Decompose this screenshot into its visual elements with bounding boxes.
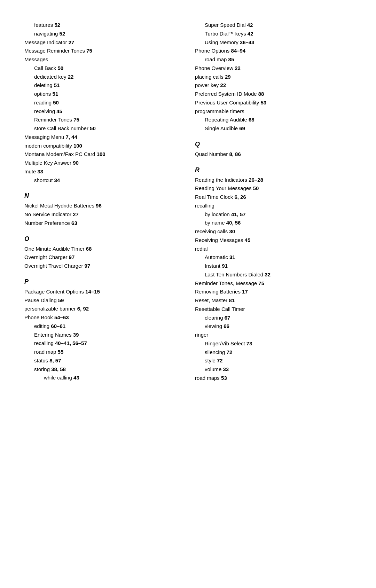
index-entry: viewing 66: [195, 322, 352, 331]
index-page-number: 91: [222, 263, 228, 269]
index-page-number: 75: [86, 48, 92, 54]
index-entry: Reminder Tones, Message 75: [195, 279, 352, 288]
index-page-number: 7, 44: [65, 134, 77, 140]
index-page-number: 40, 56: [226, 220, 241, 226]
index-entry: Messaging Menu 7, 44: [24, 133, 181, 142]
index-entry: placing calls 29: [195, 73, 352, 81]
index-entry: Automatic 31: [195, 253, 352, 262]
index-page-number: 85: [228, 56, 234, 62]
index-page-number: 45: [56, 108, 62, 114]
index-page-number: 100: [97, 151, 105, 157]
index-entry: receiving calls 30: [195, 227, 352, 236]
index-page-number: 50: [53, 100, 59, 105]
index-entry: programmable timers: [195, 107, 352, 116]
index-entry: No Service Indicator 27: [24, 210, 181, 219]
index-page-number: 8, 57: [49, 358, 61, 363]
index-page-number: 31: [229, 254, 235, 260]
index-entry: Package Content Options 14–15: [24, 288, 181, 296]
right-column: Super Speed Dial 42Turbo Dial™ keys 42Us…: [191, 21, 352, 383]
index-entry: shortcut 34: [24, 176, 181, 185]
index-entry: Entering Names 39: [24, 331, 181, 339]
index-page-number: 39: [73, 332, 79, 338]
index-entry: navigating 52: [24, 30, 181, 38]
section-header-p: P: [24, 278, 181, 285]
index-page-number: 50: [253, 185, 259, 191]
index-entry: clearing 67: [195, 314, 352, 322]
index-entry: store Call Back number 50: [24, 124, 181, 133]
index-page-number: 41, 57: [231, 211, 246, 217]
index-page-number: 73: [246, 340, 252, 346]
index-entry: ringer: [195, 331, 352, 339]
index-page-number: 75: [73, 117, 79, 123]
index-page-number: 54–63: [54, 314, 69, 320]
index-page-number: 32: [265, 272, 271, 277]
index-page-number: 68: [249, 117, 254, 123]
index-entry: recalling 40–41, 56–57: [24, 339, 181, 348]
section-header-r: R: [195, 166, 352, 174]
section-header-o: O: [24, 235, 181, 243]
index-entry: Messages: [24, 55, 181, 64]
index-entry: style 72: [195, 356, 352, 365]
index-entry: Nickel Metal Hydride Batteries 96: [24, 202, 181, 210]
index-entry: volume 33: [195, 365, 352, 374]
index-page-number: 72: [227, 349, 233, 355]
index-page-number: 97: [85, 263, 91, 269]
index-entry: Number Preference 63: [24, 219, 181, 228]
index-entry: Pause Dialing 59: [24, 296, 181, 305]
index-entry: Message Reminder Tones 75: [24, 47, 181, 55]
index-page-number: 97: [69, 254, 75, 260]
index-page-number: 33: [38, 168, 44, 174]
index-page-number: 63: [71, 220, 77, 226]
index-entry: status 8, 57: [24, 356, 181, 365]
index-page-number: 52: [54, 22, 60, 28]
index-page-number: 38, 58: [51, 366, 66, 372]
index-entry: Instant 91: [195, 262, 352, 271]
index-entry: recalling: [195, 202, 352, 210]
index-entry: silencing 72: [195, 348, 352, 357]
index-entry: Real Time Clock 6, 26: [195, 193, 352, 202]
index-page-number: 53: [221, 375, 227, 381]
index-page-number: 33: [223, 366, 229, 372]
index-entry: Overnight Charger 97: [24, 253, 181, 262]
index-page-number: 40–41, 56–57: [55, 340, 87, 346]
index-page-number: 67: [225, 315, 230, 321]
index-entry: Receiving Messages 45: [195, 236, 352, 245]
index-entry: Reminder Tones 75: [24, 116, 181, 124]
index-page-number: 96: [96, 203, 102, 209]
index-page-number: 52: [60, 31, 65, 37]
index-entry: while calling 43: [24, 374, 181, 382]
index-page-number: 69: [239, 125, 245, 131]
index-page-number: 22: [220, 82, 226, 88]
index-page-number: 50: [90, 125, 96, 131]
index-page-number: 51: [53, 91, 58, 97]
index-page-number: 66: [224, 323, 229, 329]
index-page-number: 51: [54, 82, 60, 88]
index-entry: Turbo Dial™ keys 42: [195, 30, 352, 38]
index-page-number: 72: [217, 358, 223, 363]
index-page-number: 26–28: [249, 177, 263, 183]
index-page-number: 17: [242, 289, 248, 295]
index-page-number: 34: [54, 177, 60, 183]
index-page-number: 43: [73, 375, 79, 381]
index-page-number: 27: [69, 39, 75, 45]
index-entry: Reading the Indicators 26–28: [195, 176, 352, 185]
index-entry: dedicated key 22: [24, 73, 181, 81]
index-page-number: 84–94: [231, 48, 245, 54]
index-entry: mute 33: [24, 167, 181, 176]
index-page-number: 55: [58, 349, 64, 355]
index-page-number: 29: [225, 74, 231, 80]
index-entry: redial: [195, 245, 352, 253]
index-entry: Multiple Key Answer 90: [24, 159, 181, 167]
index-entry: Removing Batteries 17: [195, 288, 352, 296]
index-page-number: 50: [58, 65, 64, 71]
index-entry: by name 40, 56: [195, 219, 352, 227]
index-page-number: 45: [245, 237, 251, 243]
index-entry: Reading Your Messages 50: [195, 184, 352, 193]
index-entry: features 52: [24, 21, 181, 30]
index-entry: Quad Number 8, 86: [195, 150, 352, 159]
index-entry: power key 22: [195, 81, 352, 90]
index-entry: Super Speed Dial 42: [195, 21, 352, 30]
index-page-number: 88: [258, 91, 264, 97]
index-entry: Previous User Compatibility 53: [195, 99, 352, 107]
index-entry: Call Back 50: [24, 64, 181, 73]
